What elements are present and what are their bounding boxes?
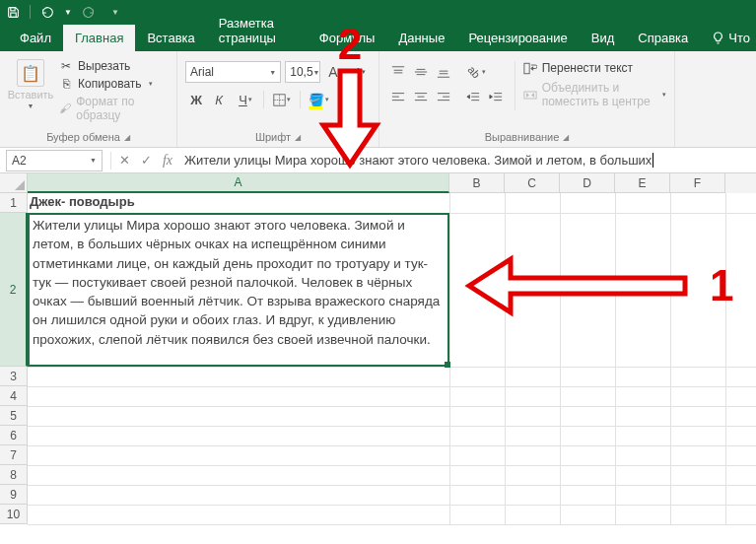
decrease-font-button[interactable]: A▾ — [350, 61, 371, 83]
svg-marker-35 — [531, 93, 533, 97]
row-header-9[interactable]: 9 — [0, 485, 28, 505]
copy-button[interactable]: ⎘Копировать▾ — [59, 77, 169, 91]
quick-access-toolbar: ▼ ▼ — [0, 0, 756, 24]
svg-rect-0 — [10, 7, 14, 10]
select-all-button[interactable] — [0, 173, 28, 193]
qat-customize-icon[interactable]: ▼ — [111, 8, 119, 17]
wrap-text-button[interactable]: Перенести текст — [523, 61, 666, 75]
tab-file[interactable]: Файл — [8, 25, 63, 51]
increase-indent-button[interactable] — [485, 87, 507, 108]
dialog-launcher-icon[interactable]: ◢ — [124, 133, 130, 142]
merge-icon — [523, 88, 537, 102]
group-clipboard: 📋 Вставить ▼ ✂Вырезать ⎘Копировать▾ 🖌Фор… — [0, 51, 177, 147]
wrap-text-icon — [523, 61, 537, 75]
merge-center-button: Объединить и поместить в центре▾ — [523, 81, 666, 108]
fill-color-button[interactable]: 🪣▾ — [304, 89, 333, 110]
paste-button: 📋 Вставить ▼ — [8, 59, 53, 122]
cancel-button[interactable]: ✕ — [113, 150, 135, 171]
scissors-icon: ✂ — [59, 59, 73, 73]
align-left-button[interactable] — [387, 87, 409, 108]
underline-button[interactable]: Ч▾ — [231, 89, 260, 110]
row-header-7[interactable]: 7 — [0, 445, 28, 465]
group-label-font: Шрифт — [255, 131, 291, 143]
cell-a1[interactable]: Джек- поводырь — [30, 194, 135, 209]
row-header-2[interactable]: 2 — [0, 213, 28, 367]
tab-data[interactable]: Данные — [386, 25, 456, 51]
svg-marker-32 — [531, 66, 533, 70]
tab-review[interactable]: Рецензирование — [456, 25, 579, 51]
tab-insert[interactable]: Вставка — [135, 25, 206, 51]
cells-area[interactable]: Джек- поводырь Жители улицы Мира хорошо … — [28, 193, 756, 524]
col-header-a[interactable]: A — [28, 173, 449, 193]
align-top-button[interactable] — [387, 61, 409, 83]
fill-handle[interactable] — [445, 362, 450, 368]
ribbon-tabs: Файл Главная Вставка Разметка страницы Ф… — [0, 24, 756, 51]
undo-dropdown-icon[interactable]: ▼ — [64, 8, 72, 17]
tab-help[interactable]: Справка — [626, 25, 700, 51]
svg-marker-26 — [467, 95, 470, 99]
formula-input[interactable]: Жители улицы Мира хорошо знают этого чел… — [178, 153, 756, 168]
col-header-d[interactable]: D — [560, 173, 615, 193]
tab-tell-me[interactable]: Что — [700, 25, 756, 51]
font-color-button[interactable]: A▾ — [334, 89, 364, 110]
row-header-1[interactable]: 1 — [0, 193, 28, 213]
row-header-8[interactable]: 8 — [0, 465, 28, 485]
row-header-10[interactable]: 10 — [0, 505, 28, 524]
tab-home[interactable]: Главная — [63, 25, 135, 51]
svg-marker-34 — [526, 93, 528, 97]
align-bottom-button[interactable] — [433, 61, 454, 83]
group-label-alignment: Выравнивание — [485, 131, 560, 143]
align-right-button[interactable] — [433, 87, 454, 108]
svg-marker-30 — [490, 95, 493, 99]
insert-function-button[interactable]: fx — [157, 150, 178, 171]
format-painter-button: 🖌Формат по образцу — [59, 95, 169, 122]
svg-rect-31 — [524, 63, 529, 74]
col-header-e[interactable]: E — [615, 173, 670, 193]
tab-view[interactable]: Вид — [580, 25, 627, 51]
group-label-clipboard: Буфер обмена — [46, 131, 120, 143]
row-header-5[interactable]: 5 — [0, 406, 28, 426]
dialog-launcher-icon[interactable]: ◢ — [295, 133, 301, 142]
undo-icon[interactable] — [40, 5, 54, 19]
dialog-launcher-icon[interactable]: ◢ — [563, 133, 569, 142]
enter-button[interactable]: ✓ — [135, 150, 157, 171]
svg-rect-1 — [10, 13, 15, 17]
row-header-3[interactable]: 3 — [0, 367, 28, 386]
ribbon: 📋 Вставить ▼ ✂Вырезать ⎘Копировать▾ 🖌Фор… — [0, 51, 756, 148]
tab-pagelayout[interactable]: Разметка страницы — [207, 10, 308, 51]
formula-bar: A2▼ ✕ ✓ fx Жители улицы Мира хорошо знаю… — [0, 148, 756, 173]
spreadsheet-grid: A B C D E F 1 2 3 4 5 6 7 8 9 10 — [0, 173, 756, 524]
align-middle-button[interactable] — [410, 61, 432, 83]
italic-button[interactable]: К — [208, 89, 230, 110]
font-size-select[interactable]: 10,5▼ — [285, 61, 320, 83]
cell-a2-selected[interactable]: Жители улицы Мира хорошо знают этого чел… — [28, 213, 449, 367]
brush-icon: 🖌 — [59, 102, 71, 115]
col-header-b[interactable]: B — [449, 173, 505, 193]
font-name-select[interactable]: Arial▼ — [185, 61, 281, 83]
decrease-indent-button[interactable] — [462, 87, 484, 108]
align-center-button[interactable] — [410, 87, 432, 108]
svg-rect-33 — [524, 92, 536, 99]
row-header-4[interactable]: 4 — [0, 386, 28, 406]
col-header-f[interactable]: F — [670, 173, 725, 193]
row-header-6[interactable]: 6 — [0, 426, 28, 445]
borders-button[interactable]: ▾ — [267, 89, 297, 110]
increase-font-button[interactable]: A▴ — [324, 61, 345, 83]
cut-button[interactable]: ✂Вырезать — [59, 59, 169, 73]
bold-button[interactable]: Ж — [185, 89, 207, 110]
group-font: Arial▼ 10,5▼ A▴ A▾ Ж К Ч▾ ▾ 🪣▾ A▾ Шрифт◢ — [177, 51, 379, 147]
name-box[interactable]: A2▼ — [6, 150, 103, 171]
orientation-button[interactable]: ab▾ — [462, 61, 492, 83]
copy-icon: ⎘ — [59, 77, 73, 91]
paste-icon: 📋 — [17, 59, 44, 87]
redo-icon[interactable] — [82, 5, 96, 19]
group-alignment: ab▾ Перенести текст Объединить и помести… — [379, 51, 675, 147]
tab-formulas[interactable]: Формулы — [308, 25, 387, 51]
save-icon[interactable] — [6, 5, 20, 19]
col-header-c[interactable]: C — [505, 173, 560, 193]
